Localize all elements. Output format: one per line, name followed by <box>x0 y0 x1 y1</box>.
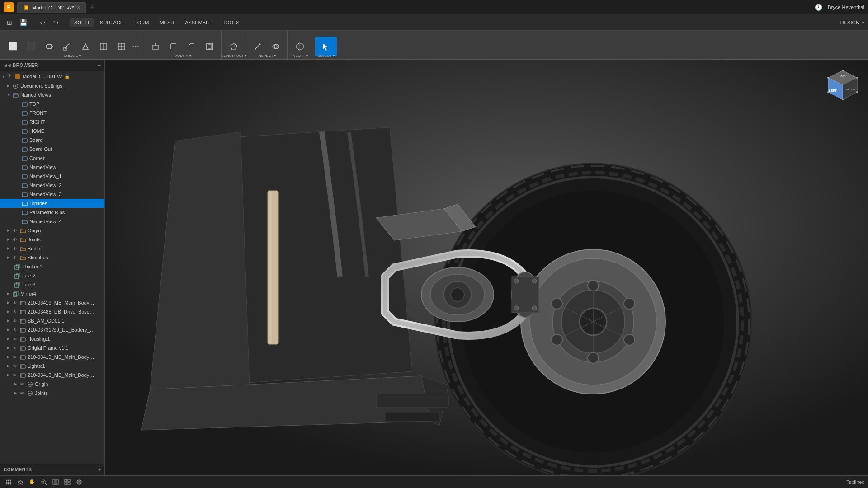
sweep-btn[interactable] <box>59 37 76 56</box>
nav-cube[interactable]: TOP FRONT LEFT <box>825 67 861 103</box>
undo-icon[interactable]: ↩ <box>37 17 48 28</box>
web-btn[interactable] <box>113 37 130 56</box>
tree-comp5[interactable]: ▶ 👁 210-03419_MB_Main_Body_Ass... <box>0 352 104 361</box>
display-mode-icon <box>52 479 59 485</box>
tab-close-button[interactable]: ✕ <box>76 5 80 10</box>
menu-tools[interactable]: TOOLS <box>218 18 244 27</box>
tree-joints[interactable]: ▶ 👁 Joints <box>0 235 104 244</box>
press-pull-btn[interactable] <box>147 37 164 56</box>
comp6-eye-icon: 👁 <box>13 373 19 378</box>
tree-view-param-ribs[interactable]: Parametric Ribs <box>0 208 104 217</box>
fillet-btn[interactable] <box>165 37 182 56</box>
menu-assemble[interactable]: ASSEMBLE <box>180 18 216 27</box>
tree-view-named[interactable]: NamedView <box>0 163 104 172</box>
svg-rect-46 <box>20 301 25 305</box>
revolve-btn[interactable] <box>41 37 58 56</box>
tree-view-board1[interactable]: Board' <box>0 136 104 145</box>
interference-btn[interactable] <box>267 37 284 56</box>
point-snap-btn[interactable] <box>15 477 25 487</box>
nav-cube-svg: TOP FRONT LEFT <box>825 67 861 103</box>
svg-rect-11 <box>207 43 213 50</box>
tree-view-home[interactable]: HOME <box>0 127 104 136</box>
tree-named-views[interactable]: ▼ Named Views <box>0 90 104 99</box>
tab-icon <box>23 5 29 11</box>
svg-line-128 <box>45 483 47 485</box>
loft-btn[interactable] <box>77 37 94 56</box>
visual-style-btn[interactable] <box>74 477 84 487</box>
browser-collapse-icon[interactable]: ◀◀ <box>4 63 11 68</box>
menu-surface[interactable]: SURFACE <box>95 18 128 27</box>
browser-content[interactable]: ▼ 👁 Model_C...D01 v2 🔒 ▶ Document Settin… <box>0 71 104 464</box>
svg-rect-12 <box>208 45 212 48</box>
svg-rect-34 <box>22 193 27 197</box>
tree-view-board-out[interactable]: Board Out <box>0 145 104 154</box>
tree-comp2[interactable]: ▶ 👁 210-03488_DB_Drive_Base_Ass... <box>0 307 104 316</box>
tree-origframe[interactable]: ▶ 👁 Origial Frame v1:1 <box>0 343 104 352</box>
corner-label: Corner <box>29 155 45 161</box>
extrude-btn[interactable]: ⬛ <box>23 37 40 56</box>
insert-label: INSERT▾ <box>292 54 307 58</box>
tree-housing1[interactable]: ▶ 👁 Housing:1 <box>0 334 104 343</box>
chamfer-btn[interactable] <box>183 37 200 56</box>
tree-root[interactable]: ▼ 👁 Model_C...D01 v2 🔒 <box>0 71 104 81</box>
svg-rect-132 <box>54 480 57 484</box>
tree-view-named2[interactable]: NamedView_2 <box>0 181 104 190</box>
more-create-btn[interactable]: ⋯ <box>131 37 140 56</box>
menu-mesh[interactable]: MESH <box>155 18 179 27</box>
grid-icon[interactable]: ⊞ <box>4 17 15 28</box>
tree-comp4[interactable]: ▶ 👁 210-03731-S0_EE_Battery_Ass... <box>0 325 104 334</box>
insert-mesh-btn[interactable] <box>291 37 308 56</box>
measure-btn[interactable] <box>249 37 266 56</box>
svg-rect-40 <box>15 275 19 278</box>
named-views-label: Named Views <box>20 92 51 98</box>
display-mode-btn[interactable] <box>51 477 61 487</box>
svg-point-21 <box>15 85 17 87</box>
tree-fillet2[interactable]: Fillet2 <box>0 271 104 280</box>
plane-btn[interactable] <box>225 37 242 56</box>
tree-view-named4[interactable]: NamedView_4 <box>0 217 104 226</box>
menu-solid[interactable]: SOLID <box>70 18 94 27</box>
tree-origin2[interactable]: ▶ 👁 Origin <box>0 380 104 389</box>
active-tab[interactable]: Model_C...D01 v2* ✕ <box>17 2 86 13</box>
tree-comp1[interactable]: ▶ 👁 210-03419_MB_Main_Body_Ass... <box>0 298 104 307</box>
tree-view-corner[interactable]: Corner <box>0 154 104 163</box>
tree-view-named3[interactable]: NamedView_3 <box>0 190 104 199</box>
tree-sketches[interactable]: ▶ 👁 Sketches <box>0 253 104 262</box>
tree-view-right[interactable]: RIGHT <box>0 117 104 127</box>
grid-snap-btn[interactable] <box>4 477 14 487</box>
tree-view-named1[interactable]: NamedView_1 <box>0 172 104 181</box>
tree-view-front[interactable]: FRONT <box>0 108 104 117</box>
svg-point-87 <box>552 334 562 345</box>
tree-document-settings[interactable]: ▶ Document Settings <box>0 81 104 90</box>
tree-bodies[interactable]: ▶ 👁 Bodies <box>0 244 104 253</box>
new-component-btn[interactable]: ⬜ <box>5 37 22 56</box>
tree-thicken1[interactable]: Thicken1 <box>0 262 104 271</box>
svg-rect-43 <box>16 282 20 286</box>
select-tool-btn[interactable] <box>315 37 337 56</box>
comments-section[interactable]: COMMENTS + <box>0 464 104 475</box>
zoom-extents-btn[interactable] <box>39 477 49 487</box>
tree-origin[interactable]: ▶ 👁 Origin <box>0 226 104 235</box>
tree-comp3[interactable]: ▶ 👁 SB_AM_GD01:1 <box>0 316 104 325</box>
shell-btn[interactable] <box>201 37 218 56</box>
new-tab-button[interactable]: + <box>90 3 94 12</box>
menu-form[interactable]: FORM <box>130 18 153 27</box>
tree-comp6[interactable]: ▶ 👁 210-03419_MB_Main_Body_Ass... <box>0 371 104 380</box>
pan-btn[interactable]: ✋ <box>27 477 37 487</box>
save-icon[interactable]: 💾 <box>17 17 29 28</box>
grid-display-btn[interactable] <box>62 477 72 487</box>
component-icon <box>20 372 26 378</box>
tree-view-top[interactable]: TOP <box>0 99 104 108</box>
tree-fillet3[interactable]: Fillet3 <box>0 280 104 289</box>
tree-mirror4[interactable]: ▶ Mirror4 <box>0 289 104 298</box>
tree-joints2[interactable]: ▶ 👁 Joints <box>0 389 104 398</box>
housing1-eye-icon: 👁 <box>13 337 19 342</box>
redo-icon[interactable]: ↪ <box>50 17 62 28</box>
rib-btn[interactable] <box>95 37 112 56</box>
browser-expand-icon[interactable]: + <box>98 62 101 69</box>
tree-view-tsplines[interactable]: Tsplines <box>0 199 104 208</box>
feature-icon <box>13 291 19 297</box>
workspace-selector[interactable]: DESIGN ▾ <box>840 20 864 25</box>
viewport[interactable]: TOP FRONT LEFT <box>105 60 868 475</box>
tree-lights1[interactable]: ▶ 👁 Lights:1 <box>0 361 104 371</box>
